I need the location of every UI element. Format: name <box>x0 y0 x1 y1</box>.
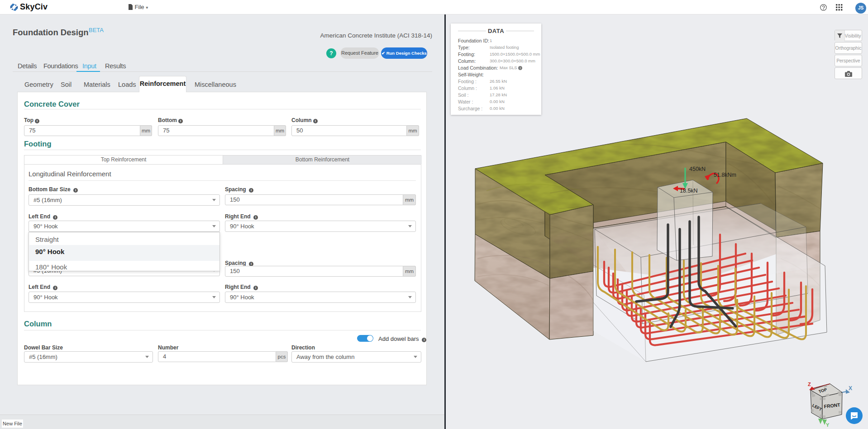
svg-text:Z: Z <box>808 382 811 387</box>
svg-text:X: X <box>849 385 852 391</box>
svg-text:Y: Y <box>826 422 830 428</box>
svg-text:51.8kNm: 51.8kNm <box>714 172 736 178</box>
svg-text:450kN: 450kN <box>689 166 706 172</box>
svg-text:18.5kN: 18.5kN <box>680 188 698 194</box>
